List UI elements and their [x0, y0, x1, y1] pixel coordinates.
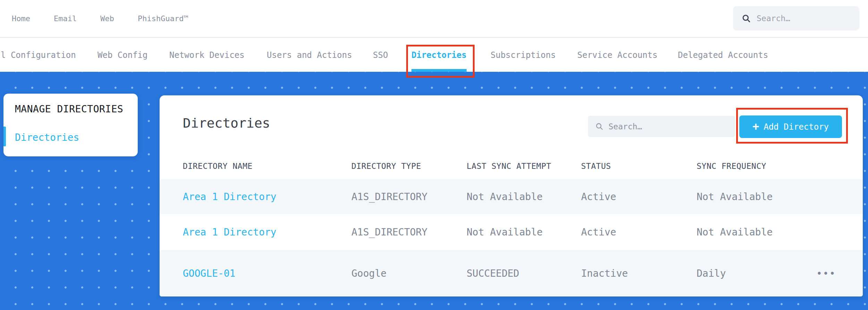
directories-card: Directories + Add Directory DIRECTORY NA… — [160, 95, 863, 296]
directory-type-cell: A1S_DIRECTORY — [351, 226, 427, 238]
directory-name-link[interactable]: Area 1 Directory — [183, 226, 276, 238]
tab-directories-label: Directories — [411, 50, 467, 60]
tab-subscriptions[interactable]: Subscriptions — [491, 38, 556, 72]
workspace-background: MANAGE DIRECTORIES Directories Directori… — [0, 72, 868, 310]
table-search-input[interactable] — [609, 122, 735, 131]
col-last-sync-attempt: LAST SYNC ATTEMPT — [467, 162, 551, 171]
active-tab-underline — [411, 69, 467, 72]
sidebar-heading: MANAGE DIRECTORIES — [15, 103, 123, 115]
topbar: Home Email Web PhishGuard™ — [0, 0, 868, 38]
status-cell: Inactive — [581, 268, 628, 279]
sidebar-item-directories[interactable]: Directories — [15, 132, 79, 143]
search-icon — [741, 14, 751, 23]
last-sync-cell: Not Available — [467, 226, 543, 238]
table-row: Area 1 Directory A1S_DIRECTORY Not Avail… — [160, 179, 863, 214]
page-title: Directories — [183, 115, 270, 131]
table-row: GOOGLE-01 Google SUCCEEDED Inactive Dail… — [160, 250, 863, 296]
table-header-row: DIRECTORY NAME DIRECTORY TYPE LAST SYNC … — [160, 156, 863, 176]
status-cell: Active — [581, 226, 616, 238]
last-sync-cell: SUCCEEDED — [467, 268, 519, 279]
directory-type-cell: Google — [351, 268, 386, 279]
add-directory-label: Add Directory — [764, 122, 829, 132]
sync-frequency-cell: Not Available — [697, 226, 773, 238]
table-search — [588, 116, 735, 137]
tab-web-config[interactable]: Web Config — [97, 38, 148, 72]
last-sync-cell: Not Available — [467, 191, 543, 203]
tab-email-configuration[interactable]: l Configuration — [1, 38, 76, 72]
search-icon — [595, 122, 604, 131]
global-search-input[interactable] — [757, 14, 859, 23]
directory-name-link[interactable]: GOOGLE-01 — [183, 268, 236, 279]
nav-item-email[interactable]: Email — [54, 14, 77, 23]
active-item-indicator — [3, 127, 6, 146]
tab-service-accounts[interactable]: Service Accounts — [577, 38, 657, 72]
col-directory-name: DIRECTORY NAME — [183, 162, 253, 171]
tab-network-devices[interactable]: Network Devices — [169, 38, 245, 72]
sync-frequency-cell: Daily — [697, 268, 726, 279]
manage-directories-card: MANAGE DIRECTORIES Directories — [3, 94, 138, 156]
secondary-nav: l Configuration Web Config Network Devic… — [0, 38, 868, 72]
tab-directories[interactable]: Directories — [411, 38, 467, 72]
tab-users-and-actions[interactable]: Users and Actions — [267, 38, 352, 72]
col-status: STATUS — [581, 162, 611, 171]
status-cell: Active — [581, 191, 616, 203]
tab-delegated-accounts[interactable]: Delegated Accounts — [678, 38, 768, 72]
sync-frequency-cell: Not Available — [697, 191, 773, 203]
global-search — [733, 6, 859, 31]
col-sync-frequency: SYNC FREQUENCY — [697, 162, 766, 171]
add-directory-button[interactable]: + Add Directory — [739, 115, 842, 138]
plus-icon: + — [752, 121, 759, 132]
col-directory-type: DIRECTORY TYPE — [351, 162, 421, 171]
row-actions-ellipsis-icon[interactable]: ••• — [816, 268, 836, 279]
nav-item-phishguard[interactable]: PhishGuard™ — [138, 14, 188, 23]
directory-name-link[interactable]: Area 1 Directory — [183, 191, 276, 203]
primary-nav: Home Email Web PhishGuard™ — [12, 0, 188, 37]
nav-item-home[interactable]: Home — [12, 14, 30, 23]
directory-type-cell: A1S_DIRECTORY — [351, 191, 427, 203]
tab-sso[interactable]: SSO — [373, 38, 388, 72]
page: Home Email Web PhishGuard™ l Configurati… — [0, 0, 868, 310]
nav-item-web[interactable]: Web — [100, 14, 114, 23]
table-row: Area 1 Directory A1S_DIRECTORY Not Avail… — [160, 214, 863, 250]
